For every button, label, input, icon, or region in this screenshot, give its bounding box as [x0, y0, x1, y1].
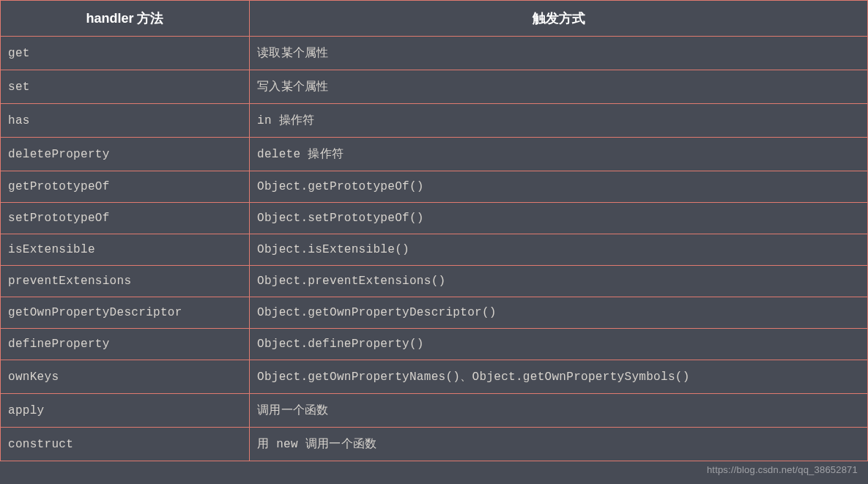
table-row: get读取某个属性: [1, 37, 868, 70]
cell-method: set: [1, 70, 250, 104]
cell-trigger: Object.getOwnPropertyNames()、Object.getO…: [250, 360, 868, 394]
cell-trigger: delete 操作符: [250, 138, 868, 171]
cell-method: defineProperty: [1, 329, 250, 360]
header-method: handler 方法: [1, 1, 250, 37]
table-row: isExtensibleObject.isExtensible(): [1, 234, 868, 266]
table-row: construct用 new 调用一个函数: [1, 428, 868, 461]
cell-trigger: Object.defineProperty(): [250, 329, 868, 360]
cell-method: getOwnPropertyDescriptor: [1, 297, 250, 329]
header-trigger: 触发方式: [250, 1, 868, 37]
watermark-text: https://blog.csdn.net/qq_38652871: [707, 464, 858, 475]
cell-method: isExtensible: [1, 234, 250, 266]
cell-method: has: [1, 104, 250, 138]
cell-trigger: 写入某个属性: [250, 70, 868, 104]
cell-method: deleteProperty: [1, 138, 250, 171]
cell-trigger: 读取某个属性: [250, 37, 868, 70]
table-row: preventExtensionsObject.preventExtension…: [1, 266, 868, 297]
cell-method: construct: [1, 428, 250, 461]
cell-trigger: Object.getOwnPropertyDescriptor(): [250, 297, 868, 329]
cell-method: ownKeys: [1, 360, 250, 394]
table-row: set写入某个属性: [1, 70, 868, 104]
table-row: ownKeysObject.getOwnPropertyNames()、Obje…: [1, 360, 868, 394]
cell-trigger: in 操作符: [250, 104, 868, 138]
cell-method: setPrototypeOf: [1, 203, 250, 234]
table-row: apply调用一个函数: [1, 394, 868, 428]
table-row: setPrototypeOfObject.setPrototypeOf(): [1, 203, 868, 234]
cell-trigger: Object.preventExtensions(): [250, 266, 868, 297]
cell-trigger: Object.getPrototypeOf(): [250, 171, 868, 203]
table-row: getPrototypeOfObject.getPrototypeOf(): [1, 171, 868, 203]
table-row: getOwnPropertyDescriptorObject.getOwnPro…: [1, 297, 868, 329]
cell-trigger: Object.isExtensible(): [250, 234, 868, 266]
handler-table: handler 方法 触发方式 get读取某个属性set写入某个属性hasin …: [0, 0, 868, 461]
cell-method: getPrototypeOf: [1, 171, 250, 203]
cell-method: get: [1, 37, 250, 70]
table-header-row: handler 方法 触发方式: [1, 1, 868, 37]
cell-trigger: Object.setPrototypeOf(): [250, 203, 868, 234]
cell-trigger: 用 new 调用一个函数: [250, 428, 868, 461]
cell-method: preventExtensions: [1, 266, 250, 297]
table-row: definePropertyObject.defineProperty(): [1, 329, 868, 360]
table-row: deletePropertydelete 操作符: [1, 138, 868, 171]
table-row: hasin 操作符: [1, 104, 868, 138]
cell-trigger: 调用一个函数: [250, 394, 868, 428]
cell-method: apply: [1, 394, 250, 428]
